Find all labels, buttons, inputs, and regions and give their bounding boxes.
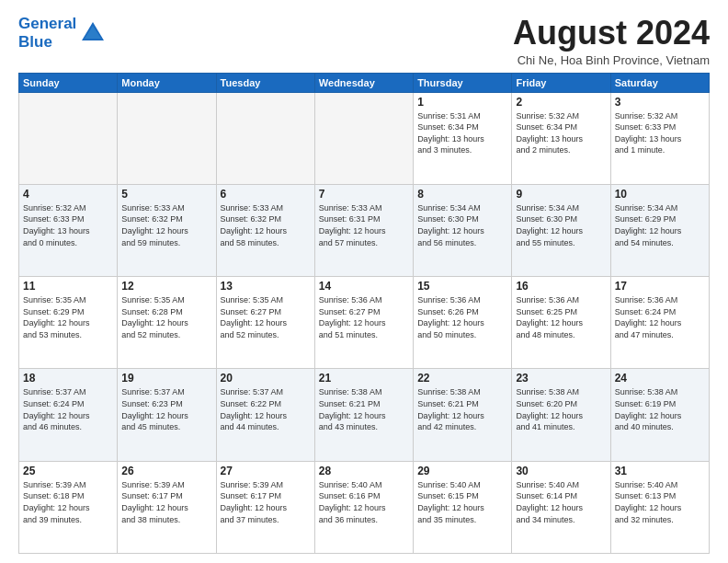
calendar-cell: 7Sunrise: 5:33 AM Sunset: 6:31 PM Daylig…: [314, 184, 413, 276]
day-info: Sunrise: 5:35 AM Sunset: 6:28 PM Dayligh…: [121, 294, 211, 340]
day-number: 20: [221, 372, 311, 385]
day-number: 14: [319, 280, 409, 293]
calendar-cell: 14Sunrise: 5:36 AM Sunset: 6:27 PM Dayli…: [314, 277, 413, 369]
day-number: 3: [615, 96, 705, 109]
day-number: 26: [121, 465, 211, 477]
day-number: 2: [516, 96, 606, 109]
day-info: Sunrise: 5:37 AM Sunset: 6:23 PM Dayligh…: [121, 386, 211, 432]
day-info: Sunrise: 5:38 AM Sunset: 6:21 PM Dayligh…: [319, 386, 409, 432]
day-number: 15: [417, 280, 507, 293]
day-info: Sunrise: 5:35 AM Sunset: 6:27 PM Dayligh…: [221, 294, 311, 340]
day-info: Sunrise: 5:33 AM Sunset: 6:31 PM Dayligh…: [319, 202, 409, 248]
day-number: 10: [615, 188, 705, 201]
day-info: Sunrise: 5:40 AM Sunset: 6:13 PM Dayligh…: [615, 479, 705, 525]
weekday-header-monday: Monday: [118, 73, 216, 92]
day-number: 17: [615, 280, 705, 293]
day-info: Sunrise: 5:31 AM Sunset: 6:34 PM Dayligh…: [417, 110, 507, 156]
weekday-header-tuesday: Tuesday: [216, 73, 314, 92]
day-info: Sunrise: 5:34 AM Sunset: 6:30 PM Dayligh…: [516, 202, 606, 248]
logo-line2: Blue: [18, 33, 76, 52]
day-number: 25: [23, 465, 113, 477]
calendar-cell: 12Sunrise: 5:35 AM Sunset: 6:28 PM Dayli…: [118, 277, 216, 369]
day-number: 12: [121, 280, 211, 293]
calendar-cell: 16Sunrise: 5:36 AM Sunset: 6:25 PM Dayli…: [512, 277, 610, 369]
calendar-cell: 21Sunrise: 5:38 AM Sunset: 6:21 PM Dayli…: [314, 369, 413, 461]
calendar-cell: 4Sunrise: 5:32 AM Sunset: 6:33 PM Daylig…: [19, 184, 118, 276]
calendar-cell: 29Sunrise: 5:40 AM Sunset: 6:15 PM Dayli…: [414, 461, 512, 553]
calendar-header: SundayMondayTuesdayWednesdayThursdayFrid…: [19, 73, 710, 92]
calendar-cell: 5Sunrise: 5:33 AM Sunset: 6:32 PM Daylig…: [118, 184, 216, 276]
day-info: Sunrise: 5:36 AM Sunset: 6:27 PM Dayligh…: [319, 294, 409, 340]
logo-line1: General: [18, 15, 76, 33]
day-info: Sunrise: 5:34 AM Sunset: 6:30 PM Dayligh…: [417, 202, 507, 248]
day-number: 27: [221, 465, 311, 477]
weekday-header-friday: Friday: [512, 73, 610, 92]
day-info: Sunrise: 5:40 AM Sunset: 6:14 PM Dayligh…: [516, 479, 606, 525]
day-number: 18: [23, 372, 113, 385]
day-number: 7: [319, 188, 409, 201]
calendar-cell: 3Sunrise: 5:32 AM Sunset: 6:33 PM Daylig…: [610, 92, 709, 184]
day-number: 8: [417, 188, 507, 201]
calendar-cell: 11Sunrise: 5:35 AM Sunset: 6:29 PM Dayli…: [19, 277, 118, 369]
day-info: Sunrise: 5:40 AM Sunset: 6:15 PM Dayligh…: [417, 479, 507, 525]
calendar-cell: 13Sunrise: 5:35 AM Sunset: 6:27 PM Dayli…: [216, 277, 314, 369]
day-info: Sunrise: 5:38 AM Sunset: 6:21 PM Dayligh…: [417, 386, 507, 432]
day-number: 28: [319, 465, 409, 477]
day-info: Sunrise: 5:32 AM Sunset: 6:33 PM Dayligh…: [23, 202, 113, 248]
weekday-header-saturday: Saturday: [610, 73, 709, 92]
page: General Blue August 2024 Chi Ne, Hoa Bin…: [0, 0, 728, 563]
calendar-week-row-2: 4Sunrise: 5:32 AM Sunset: 6:33 PM Daylig…: [19, 184, 710, 276]
day-number: 16: [516, 280, 606, 293]
day-number: 31: [615, 465, 705, 477]
day-number: 11: [23, 280, 113, 293]
day-info: Sunrise: 5:38 AM Sunset: 6:20 PM Dayligh…: [516, 386, 606, 432]
day-number: 29: [417, 465, 507, 477]
calendar-cell: 31Sunrise: 5:40 AM Sunset: 6:13 PM Dayli…: [610, 461, 709, 553]
location-subtitle: Chi Ne, Hoa Binh Province, Vietnam: [513, 53, 710, 67]
calendar-cell: 26Sunrise: 5:39 AM Sunset: 6:17 PM Dayli…: [118, 461, 216, 553]
day-info: Sunrise: 5:39 AM Sunset: 6:18 PM Dayligh…: [23, 479, 113, 525]
day-number: 5: [121, 188, 211, 201]
day-number: 22: [417, 372, 507, 385]
day-number: 21: [319, 372, 409, 385]
weekday-header-thursday: Thursday: [414, 73, 512, 92]
day-number: 9: [516, 188, 606, 201]
calendar-cell: [19, 92, 118, 184]
calendar-week-row-3: 11Sunrise: 5:35 AM Sunset: 6:29 PM Dayli…: [19, 277, 710, 369]
day-info: Sunrise: 5:37 AM Sunset: 6:22 PM Dayligh…: [221, 386, 311, 432]
day-number: 1: [417, 96, 507, 109]
calendar-cell: [118, 92, 216, 184]
day-info: Sunrise: 5:36 AM Sunset: 6:25 PM Dayligh…: [516, 294, 606, 340]
day-number: 6: [221, 188, 311, 201]
calendar-cell: 18Sunrise: 5:37 AM Sunset: 6:24 PM Dayli…: [19, 369, 118, 461]
calendar-cell: 8Sunrise: 5:34 AM Sunset: 6:30 PM Daylig…: [414, 184, 512, 276]
calendar-cell: 25Sunrise: 5:39 AM Sunset: 6:18 PM Dayli…: [19, 461, 118, 553]
month-title: August 2024: [513, 15, 710, 52]
day-info: Sunrise: 5:35 AM Sunset: 6:29 PM Dayligh…: [23, 294, 113, 340]
calendar-cell: 15Sunrise: 5:36 AM Sunset: 6:26 PM Dayli…: [414, 277, 512, 369]
calendar-cell: 22Sunrise: 5:38 AM Sunset: 6:21 PM Dayli…: [414, 369, 512, 461]
calendar-cell: 10Sunrise: 5:34 AM Sunset: 6:29 PM Dayli…: [610, 184, 709, 276]
header: General Blue August 2024 Chi Ne, Hoa Bin…: [18, 15, 710, 67]
calendar-cell: 23Sunrise: 5:38 AM Sunset: 6:20 PM Dayli…: [512, 369, 610, 461]
day-info: Sunrise: 5:34 AM Sunset: 6:29 PM Dayligh…: [615, 202, 705, 248]
calendar-table: SundayMondayTuesdayWednesdayThursdayFrid…: [18, 73, 710, 554]
calendar-week-row-5: 25Sunrise: 5:39 AM Sunset: 6:18 PM Dayli…: [19, 461, 710, 553]
day-info: Sunrise: 5:33 AM Sunset: 6:32 PM Dayligh…: [221, 202, 311, 248]
day-number: 4: [23, 188, 113, 201]
logo-text-block: General Blue: [18, 15, 76, 51]
day-info: Sunrise: 5:39 AM Sunset: 6:17 PM Dayligh…: [121, 479, 211, 525]
calendar-cell: 27Sunrise: 5:39 AM Sunset: 6:17 PM Dayli…: [216, 461, 314, 553]
calendar-cell: 28Sunrise: 5:40 AM Sunset: 6:16 PM Dayli…: [314, 461, 413, 553]
day-info: Sunrise: 5:40 AM Sunset: 6:16 PM Dayligh…: [319, 479, 409, 525]
day-number: 23: [516, 372, 606, 385]
logo-icon: [80, 20, 106, 46]
title-block: August 2024 Chi Ne, Hoa Binh Province, V…: [513, 15, 710, 67]
calendar-cell: 2Sunrise: 5:32 AM Sunset: 6:34 PM Daylig…: [512, 92, 610, 184]
calendar-week-row-4: 18Sunrise: 5:37 AM Sunset: 6:24 PM Dayli…: [19, 369, 710, 461]
day-number: 19: [121, 372, 211, 385]
day-info: Sunrise: 5:38 AM Sunset: 6:19 PM Dayligh…: [615, 386, 705, 432]
calendar-cell: 17Sunrise: 5:36 AM Sunset: 6:24 PM Dayli…: [610, 277, 709, 369]
calendar-cell: 24Sunrise: 5:38 AM Sunset: 6:19 PM Dayli…: [610, 369, 709, 461]
day-info: Sunrise: 5:32 AM Sunset: 6:34 PM Dayligh…: [516, 110, 606, 156]
